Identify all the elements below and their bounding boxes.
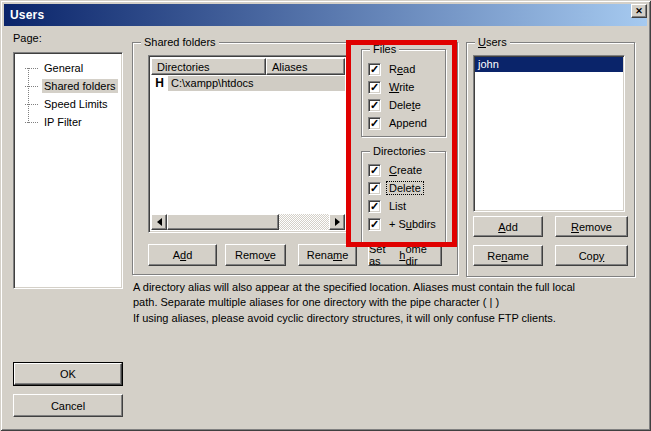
column-header-aliases[interactable]: Aliases [266,58,345,75]
user-row-john[interactable]: john [475,57,623,72]
tree-item-ip-filter[interactable]: IP Filter [16,113,122,131]
checkmark-icon: ✓ [370,219,379,230]
folder-remove-button[interactable]: Remove [225,244,286,266]
checkmark-icon: ✓ [370,82,379,93]
home-flag: H [151,76,168,90]
arrow-right-icon [335,218,344,226]
checkbox-subdirs[interactable]: ✓ + Subdirs [368,217,438,231]
scroll-left-button[interactable] [151,214,167,230]
checkbox-list[interactable]: ✓ List [368,199,408,213]
checkbox-read[interactable]: ✓ Read [368,62,417,76]
folder-rename-button[interactable]: Rename [298,244,357,266]
user-rename-button[interactable]: Rename [473,245,543,266]
horizontal-scrollbar[interactable] [151,214,345,230]
checkbox-create[interactable]: ✓ Create [368,163,424,177]
shared-folders-group-title: Shared folders [141,36,219,48]
user-remove-button[interactable]: Remove [555,216,628,237]
title-bar[interactable]: Users [4,4,647,26]
checkbox-delete-directories[interactable]: ✓ Delete [368,181,423,195]
checkbox-box[interactable]: ✓ [368,218,381,231]
folder-add-button[interactable]: Add [148,244,217,266]
close-icon: ✕ [635,7,643,16]
checkmark-icon: ✓ [370,183,379,194]
checkmark-icon: ✓ [370,165,379,176]
users-group-title: Users [475,36,510,48]
alias-note-line1: A directory alias will also appear at th… [133,281,575,293]
window-title: Users [10,8,44,22]
checkmark-icon: ✓ [370,118,379,129]
directories-group-title: Directories [370,145,429,157]
tree-item-general[interactable]: General [16,59,122,77]
checkbox-delete-files[interactable]: ✓ Delete [368,98,423,112]
checkbox-box[interactable]: ✓ [368,81,381,94]
checkbox-box[interactable]: ✓ [368,182,381,195]
checkbox-append[interactable]: ✓ Append [368,116,429,130]
close-button[interactable]: ✕ [631,4,647,18]
checkbox-box[interactable]: ✓ [368,63,381,76]
tree-item-shared-folders[interactable]: Shared folders [16,77,122,95]
checkmark-icon: ✓ [370,100,379,111]
files-group-title: Files [370,43,399,55]
scrollbar-thumb[interactable] [167,214,279,230]
checkbox-write[interactable]: ✓ Write [368,80,416,94]
users-dialog: Users ✕ Page: General Shared folders Spe… [0,0,651,431]
user-copy-button[interactable]: Copy [555,245,628,266]
checkbox-box[interactable]: ✓ [368,117,381,130]
ok-button-default-ring: OK [13,362,123,386]
directories-listview[interactable]: Directories Aliases H C:\xampp\htdocs [148,55,348,233]
checkbox-box[interactable]: ✓ [368,99,381,112]
listview-header: Directories Aliases [151,58,345,75]
directory-path: C:\xampp\htdocs [168,76,345,91]
arrow-left-icon [153,218,162,226]
tree-item-speed-limits[interactable]: Speed Limits [16,95,122,113]
users-listbox[interactable]: john [473,55,625,212]
checkbox-box[interactable]: ✓ [368,200,381,213]
alias-note-line3: If using aliases, please avoid cyclic di… [133,312,556,324]
directory-row[interactable]: H C:\xampp\htdocs [151,75,345,91]
cancel-button[interactable]: Cancel [13,394,123,417]
ok-button[interactable]: OK [14,363,122,385]
page-tree: General Shared folders Speed Limits IP F… [13,52,123,289]
scroll-right-button[interactable] [329,214,345,230]
checkmark-icon: ✓ [370,64,379,75]
user-add-button[interactable]: Add [473,216,543,237]
column-header-directories[interactable]: Directories [151,58,266,75]
checkbox-box[interactable]: ✓ [368,164,381,177]
checkmark-icon: ✓ [370,201,379,212]
page-label: Page: [13,32,42,44]
alias-note-line2: path. Separate multiple aliases for one … [133,296,499,308]
set-as-home-dir-button[interactable]: Set as home dir [368,244,442,266]
